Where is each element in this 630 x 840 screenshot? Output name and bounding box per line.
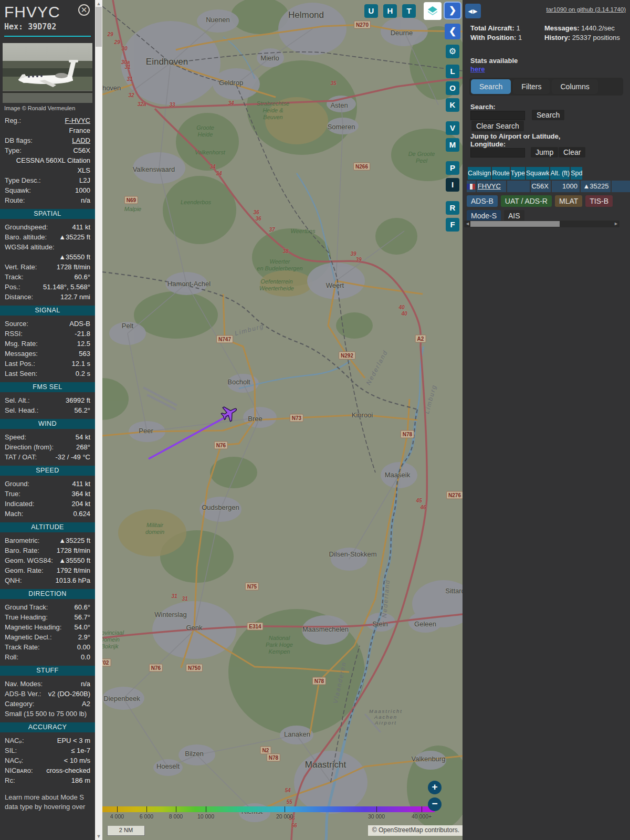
row-value: 0.00 bbox=[77, 642, 90, 652]
map-letter-button[interactable]: K bbox=[446, 98, 459, 112]
road-shield: N78 bbox=[401, 430, 414, 438]
search-button[interactable]: Search bbox=[532, 110, 564, 120]
tick-mark bbox=[206, 806, 206, 812]
table-row[interactable]: FHVYC C56X 1000 ▲35225 bbox=[467, 180, 630, 192]
layers-button[interactable] bbox=[424, 2, 442, 20]
column-header[interactable]: Alt. (ft) bbox=[550, 167, 570, 180]
scroll-up-icon[interactable]: ▲ bbox=[95, 1, 102, 6]
hscroll-thumb[interactable] bbox=[470, 221, 560, 227]
row-label: NICʙᴀʀᴏ: bbox=[5, 765, 33, 775]
source-type-button[interactable]: MLAT bbox=[555, 195, 582, 207]
squawk-cell: 1000 bbox=[552, 181, 580, 192]
detail-section: SPATIAL Groundspeed: 411 kt Baro. altitu… bbox=[0, 209, 95, 302]
map-letter-button[interactable]: M bbox=[446, 138, 459, 152]
section-row: Last Pos.: 12.1 s bbox=[0, 359, 95, 369]
france-flag-icon bbox=[467, 184, 475, 190]
jump-button[interactable]: Jump bbox=[531, 147, 558, 158]
section-row: Category: A2 bbox=[0, 699, 95, 709]
section-header: ACCURACY bbox=[0, 722, 95, 732]
row-label: True Heading: bbox=[5, 612, 48, 622]
settings-gear-icon[interactable]: ⚙ bbox=[446, 45, 459, 58]
expand-right-button[interactable]: ❯ bbox=[445, 3, 460, 18]
github-link[interactable]: tar1090 on github (3.14.1740) bbox=[546, 6, 626, 13]
source-type-button[interactable]: UAT / ADS-R bbox=[501, 195, 552, 207]
zoom-out-button[interactable]: − bbox=[428, 797, 442, 811]
map-letter-button[interactable]: P bbox=[446, 161, 459, 175]
info-row: France bbox=[0, 125, 95, 135]
column-header[interactable]: Spd bbox=[571, 167, 582, 180]
table-horizontal-scrollbar[interactable]: ◄ ► bbox=[464, 220, 620, 227]
sidebar-scrollbar[interactable]: ▲ ▼ bbox=[95, 0, 102, 840]
zoom-in-button[interactable]: + bbox=[428, 781, 442, 794]
section-row: Sel. Alt.: 36992 ft bbox=[0, 395, 95, 405]
messages-rate: Messages: 1440.2/sec bbox=[544, 24, 627, 33]
map-letter-button[interactable]: V bbox=[446, 121, 459, 135]
scroll-down-icon[interactable]: ▼ bbox=[95, 834, 102, 839]
tab[interactable]: Filters bbox=[513, 79, 550, 94]
map-letter-button[interactable]: H bbox=[383, 4, 397, 18]
collapse-left-button[interactable]: ❮ bbox=[445, 24, 460, 39]
tab[interactable]: Search bbox=[471, 79, 511, 94]
jump-input[interactable] bbox=[470, 148, 525, 158]
info-value[interactable]: n/a bbox=[81, 195, 90, 205]
exit-number: 31 bbox=[127, 76, 132, 82]
row-label: Barometric: bbox=[5, 536, 39, 545]
map-letter-button[interactable]: F bbox=[446, 218, 459, 232]
row-label: Ground: bbox=[5, 479, 29, 489]
section-row: Track Rate: 0.00 bbox=[0, 642, 95, 652]
source-type-button[interactable]: AIS bbox=[504, 210, 524, 222]
column-header[interactable]: Type bbox=[511, 167, 525, 180]
stats-available: Stats available here bbox=[470, 57, 518, 74]
row-label: NACₚ: bbox=[5, 736, 24, 746]
info-value[interactable]: L2J bbox=[79, 175, 90, 185]
source-type-button[interactable]: TIS-B bbox=[585, 195, 613, 207]
map-letter-button[interactable]: U bbox=[364, 4, 378, 18]
search-input[interactable] bbox=[470, 111, 525, 120]
tick-label: 20 000 bbox=[276, 813, 293, 820]
row-label: Magnetic Heading: bbox=[5, 622, 61, 632]
scroll-left-icon[interactable]: ◄ bbox=[465, 220, 470, 227]
map-letter-button[interactable]: T bbox=[402, 4, 416, 18]
panel-width-toggle[interactable]: ◀▶ bbox=[465, 4, 481, 18]
source-type-button[interactable]: Mode-S bbox=[467, 210, 501, 222]
column-header[interactable]: Squawk bbox=[526, 167, 549, 180]
map-letter-button[interactable]: O bbox=[446, 81, 459, 95]
panel-header: FHVYC ✕ Hex: 39D702 bbox=[0, 0, 95, 37]
clear-jump-button[interactable]: Clear bbox=[559, 147, 585, 158]
info-value[interactable]: F-HVYC bbox=[65, 116, 90, 125]
layers-icon bbox=[426, 5, 439, 17]
info-value[interactable]: C56X bbox=[73, 145, 90, 155]
info-value[interactable]: France bbox=[69, 125, 90, 135]
section-row: Last Seen: 0.2 s bbox=[0, 369, 95, 379]
info-value[interactable]: LADD bbox=[72, 135, 90, 145]
source-type-button[interactable]: ADS-B bbox=[467, 195, 498, 207]
row-value: ADS-B bbox=[69, 319, 90, 329]
column-header[interactable]: Route bbox=[492, 167, 509, 180]
info-value[interactable]: CESSNA 560XL Citation XLS bbox=[5, 155, 90, 175]
info-value[interactable]: 1000 bbox=[75, 185, 90, 195]
clear-search-button[interactable]: Clear Search bbox=[471, 121, 524, 131]
scroll-right-icon[interactable]: ► bbox=[614, 220, 618, 227]
tab[interactable]: Columns bbox=[552, 79, 597, 94]
close-icon[interactable]: ✕ bbox=[78, 4, 90, 16]
map-letter-button[interactable]: I bbox=[446, 178, 459, 192]
section-header: DIRECTION bbox=[0, 589, 95, 599]
scale-bar: 2 NM bbox=[107, 826, 145, 836]
info-row: Route: n/a bbox=[0, 195, 95, 205]
info-label: Reg.: bbox=[5, 116, 21, 125]
stats-here-link[interactable]: here bbox=[470, 65, 485, 73]
row-label: Pos.: bbox=[5, 282, 20, 292]
map-letter-button[interactable]: L bbox=[446, 65, 459, 78]
aircraft-table: Callsign Route Type Squawk Alt. (ft) Spd… bbox=[467, 167, 630, 192]
map-letter-button[interactable]: R bbox=[446, 201, 459, 215]
row-value: 12.1 s bbox=[72, 359, 90, 369]
row-value: 2.9° bbox=[78, 632, 90, 642]
callsign-cell[interactable]: FHVYC bbox=[477, 181, 506, 192]
column-header[interactable]: Callsign bbox=[468, 167, 491, 180]
row-label: Last Pos.: bbox=[5, 359, 35, 369]
section-row: Rᴄ: 186 m bbox=[0, 775, 95, 785]
scrollbar-thumb[interactable] bbox=[96, 7, 102, 47]
section-row: Messages: 563 bbox=[0, 349, 95, 359]
map[interactable]: Nuenen Helmond Deurne Eindhoven Mierlo G… bbox=[102, 0, 463, 840]
row-value: 51.148°, 5.568° bbox=[43, 282, 90, 292]
